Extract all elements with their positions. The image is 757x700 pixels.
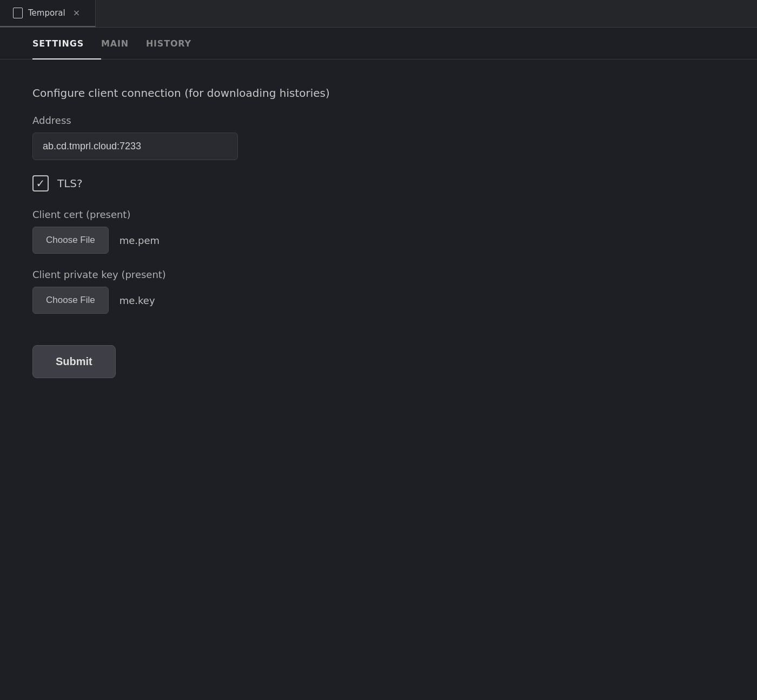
app-window: Temporal × SETTINGS MAIN HISTORY Configu… xyxy=(0,0,757,700)
tls-label: TLS? xyxy=(57,177,83,190)
address-input[interactable] xyxy=(32,133,238,160)
client-key-label: Client private key (present) xyxy=(32,269,725,280)
tab-settings[interactable]: SETTINGS xyxy=(32,28,101,60)
tab-main[interactable]: MAIN xyxy=(101,28,146,60)
address-label: Address xyxy=(32,115,725,126)
tls-row: ✓ TLS? xyxy=(32,175,725,191)
submit-button[interactable]: Submit xyxy=(32,345,116,378)
client-cert-choose-file-button[interactable]: Choose File xyxy=(32,227,109,254)
client-key-choose-file-button[interactable]: Choose File xyxy=(32,287,109,314)
client-key-file-row: Choose File me.key xyxy=(32,287,725,314)
tab-close-button[interactable]: × xyxy=(71,8,82,18)
tab-history[interactable]: HISTORY xyxy=(146,28,209,60)
client-key-group: Client private key (present) Choose File… xyxy=(32,269,725,314)
browser-tab[interactable]: Temporal × xyxy=(0,0,96,27)
tab-title: Temporal xyxy=(28,8,65,18)
tls-checkbox[interactable]: ✓ xyxy=(32,175,49,191)
tab-bar: Temporal × xyxy=(0,0,757,28)
client-cert-label: Client cert (present) xyxy=(32,209,725,220)
nav-tabs: SETTINGS MAIN HISTORY xyxy=(0,28,757,60)
client-key-filename: me.key xyxy=(119,295,155,306)
client-cert-file-row: Choose File me.pem xyxy=(32,227,725,254)
checkmark-icon: ✓ xyxy=(36,178,45,189)
document-icon xyxy=(13,8,23,18)
section-description: Configure client connection (for downloa… xyxy=(32,87,725,100)
address-field-group: Address xyxy=(32,115,725,160)
settings-content: Configure client connection (for downloa… xyxy=(0,60,757,405)
client-cert-group: Client cert (present) Choose File me.pem xyxy=(32,209,725,254)
client-cert-filename: me.pem xyxy=(119,235,160,246)
